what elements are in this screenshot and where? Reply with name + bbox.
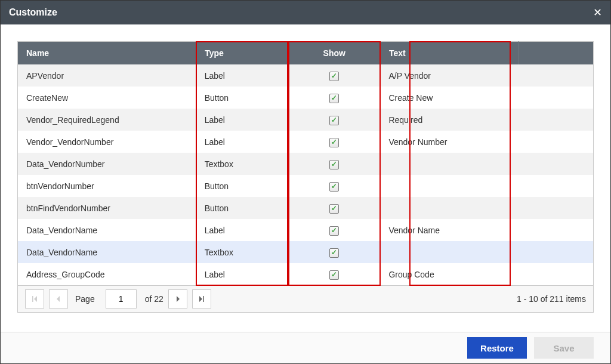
cell-extra: [519, 131, 593, 153]
header-text[interactable]: Text: [380, 42, 519, 65]
cell-type: Label: [196, 109, 288, 131]
cell-name: btnVendorNumber: [18, 175, 196, 197]
items-label: 1 - 10 of 211 items: [517, 294, 586, 304]
table-row[interactable]: CreateNewButton✓Create New: [18, 87, 594, 109]
cell-show: ✓: [288, 109, 380, 131]
of-label: of 22: [145, 294, 163, 304]
cell-text: [380, 153, 519, 175]
cell-show: ✓: [288, 175, 380, 197]
cell-show: ✓: [288, 197, 380, 219]
cell-show: ✓: [288, 263, 380, 286]
cell-type: Label: [196, 131, 288, 153]
dialog-title: Customize: [9, 7, 57, 18]
cell-text: Vendor Number: [380, 131, 519, 153]
cell-type: Textbox: [196, 153, 288, 175]
cell-extra: [519, 109, 593, 131]
cell-name: Address_GroupCode: [18, 263, 196, 286]
show-checkbox[interactable]: ✓: [329, 204, 339, 214]
cell-type: Label: [196, 219, 288, 241]
table-row[interactable]: Data_VendorNumberTextbox✓: [18, 153, 594, 175]
cell-type: Button: [196, 175, 288, 197]
dialog-content: Name Type Show Text APVendorLabel✓A/P Ve…: [1, 24, 610, 313]
cell-name: Vendor_VendorNumber: [18, 131, 196, 153]
show-checkbox[interactable]: ✓: [329, 72, 339, 81]
save-button[interactable]: Save: [534, 337, 594, 359]
table-row[interactable]: btnFindVendorNumberButton✓: [18, 197, 594, 219]
table-row[interactable]: btnVendorNumberButton✓: [18, 175, 594, 197]
cell-name: btnFindVendorNumber: [18, 197, 196, 219]
table-row[interactable]: APVendorLabel✓A/P Vendor: [18, 64, 594, 87]
first-page-icon: [32, 296, 38, 302]
table-row[interactable]: Data_VendorNameTextbox✓: [18, 241, 594, 263]
cell-type: Textbox: [196, 241, 288, 263]
cell-text: Create New: [380, 87, 519, 109]
cell-extra: [519, 87, 593, 109]
pager-last-button[interactable]: [192, 289, 211, 309]
show-checkbox[interactable]: ✓: [329, 270, 339, 280]
customize-dialog: Customize ✕ Name Type Show Text APVendor…: [0, 0, 611, 364]
chevron-left-icon: [55, 296, 61, 302]
cell-name: Vendor_RequiredLegend: [18, 109, 196, 131]
show-checkbox[interactable]: ✓: [329, 138, 339, 147]
cell-name: Data_VendorName: [18, 241, 196, 263]
cell-show: ✓: [288, 131, 380, 153]
cell-text: A/P Vendor: [380, 64, 519, 87]
restore-button[interactable]: Restore: [467, 337, 527, 359]
cell-extra: [519, 263, 593, 286]
cell-show: ✓: [288, 219, 380, 241]
cell-text: [380, 197, 519, 219]
show-checkbox[interactable]: ✓: [329, 94, 339, 103]
cell-extra: [519, 219, 593, 241]
header-show[interactable]: Show: [288, 42, 380, 65]
cell-text: Vendor Name: [380, 219, 519, 241]
cell-type: Button: [196, 197, 288, 219]
cell-type: Label: [196, 263, 288, 286]
cell-name: Data_VendorNumber: [18, 153, 196, 175]
cell-show: ✓: [288, 241, 380, 263]
cell-type: Label: [196, 64, 288, 87]
header-extra[interactable]: [519, 42, 593, 65]
cell-name: APVendor: [18, 64, 196, 87]
dialog-footer: Restore Save: [1, 332, 610, 363]
chevron-right-icon: [175, 296, 181, 302]
pager-prev-button[interactable]: [49, 289, 68, 309]
pager-next-button[interactable]: [168, 289, 187, 309]
cell-text: [380, 241, 519, 263]
cell-extra: [519, 153, 593, 175]
table-row[interactable]: Address_GroupCodeLabel✓Group Code: [18, 263, 594, 286]
cell-type: Button: [196, 87, 288, 109]
cell-show: ✓: [288, 87, 380, 109]
cell-name: Data_VendorName: [18, 219, 196, 241]
header-name[interactable]: Name: [18, 42, 196, 65]
table-row[interactable]: Data_VendorNameLabel✓Vendor Name: [18, 219, 594, 241]
cell-text: Required: [380, 109, 519, 131]
show-checkbox[interactable]: ✓: [329, 116, 339, 125]
cell-text: Group Code: [380, 263, 519, 286]
cell-name: CreateNew: [18, 87, 196, 109]
cell-show: ✓: [288, 153, 380, 175]
show-checkbox[interactable]: ✓: [329, 160, 339, 169]
page-label: Page: [75, 294, 95, 304]
cell-extra: [519, 64, 593, 87]
customize-table: Name Type Show Text APVendorLabel✓A/P Ve…: [17, 41, 594, 286]
show-checkbox[interactable]: ✓: [329, 226, 339, 236]
table-row[interactable]: Vendor_VendorNumberLabel✓Vendor Number: [18, 131, 594, 153]
header-type[interactable]: Type: [196, 42, 288, 65]
titlebar: Customize ✕: [1, 1, 610, 24]
pager: Page of 22 1 - 10 of 211 items: [17, 286, 594, 313]
cell-extra: [519, 241, 593, 263]
page-input[interactable]: [106, 289, 137, 309]
cell-show: ✓: [288, 64, 380, 87]
close-icon[interactable]: ✕: [593, 6, 602, 19]
show-checkbox[interactable]: ✓: [329, 248, 339, 258]
cell-text: [380, 175, 519, 197]
show-checkbox[interactable]: ✓: [329, 182, 339, 192]
cell-extra: [519, 197, 593, 219]
cell-extra: [519, 175, 593, 197]
table-wrap: Name Type Show Text APVendorLabel✓A/P Ve…: [17, 41, 594, 286]
last-page-icon: [199, 296, 205, 302]
pager-first-button[interactable]: [25, 289, 44, 309]
table-row[interactable]: Vendor_RequiredLegendLabel✓Required: [18, 109, 594, 131]
